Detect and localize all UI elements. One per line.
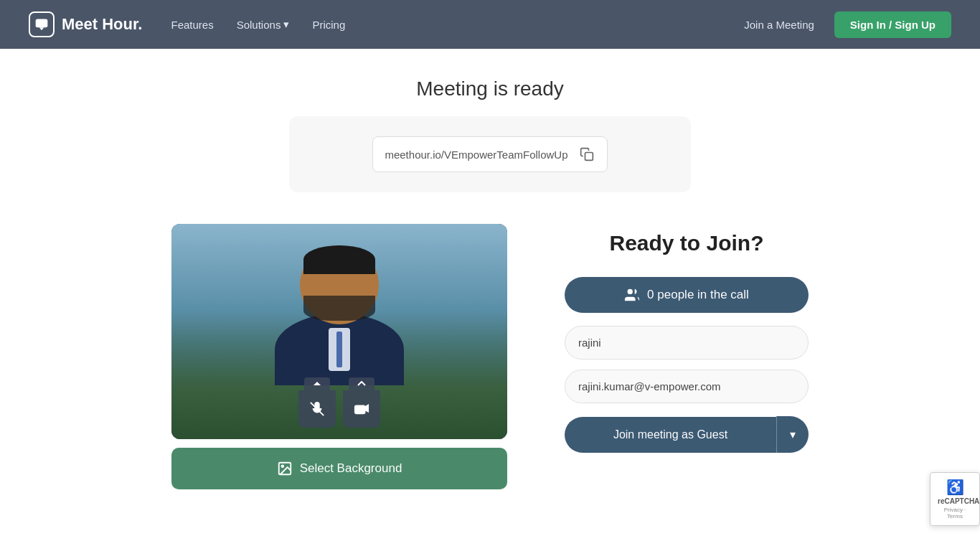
select-background-button[interactable]: Select Background [171,448,507,489]
join-button-wrapper: Join meeting as Guest ▾ [565,416,809,453]
features-link[interactable]: Features [171,19,213,31]
signin-button[interactable]: Sign In / Sign Up [834,11,951,38]
logo-icon [29,11,55,37]
nav-links: Features Solutions ▾ Pricing [171,18,345,31]
navbar-left: Meet Hour. Features Solutions ▾ Pricing [29,11,345,37]
person-beard [303,296,375,321]
name-input[interactable] [565,326,809,359]
join-as-guest-button[interactable]: Join meeting as Guest [565,417,776,453]
navbar: Meet Hour. Features Solutions ▾ Pricing [0,0,980,49]
navbar-right: Join a Meeting Sign In / Sign Up [744,11,951,38]
main-content: Meeting is ready meethour.io/VEmpowerTea… [0,49,980,518]
video-preview [171,224,507,439]
image-icon [277,461,293,476]
nav-item-pricing[interactable]: Pricing [312,19,345,31]
copy-icon [580,147,594,161]
solutions-chevron-icon: ▾ [283,18,289,31]
cam-toggle-button[interactable] [343,390,380,428]
chat-icon [34,17,49,32]
video-column: Select Background [171,224,507,489]
meeting-url-box: meethour.io/VEmpowerTeamFollowUp [289,116,691,192]
person-container [268,245,411,385]
recaptcha-logo: ♿ [938,479,972,496]
nav-item-solutions[interactable]: Solutions ▾ [237,18,290,31]
logo[interactable]: Meet Hour. [29,11,142,37]
recaptcha-subtext: Privacy · Terms [938,507,972,519]
people-icon [624,287,640,303]
chevron-up-icon-cam [357,381,366,387]
join-dropdown-button[interactable]: ▾ [776,416,809,453]
svg-rect-2 [585,153,593,161]
svg-rect-0 [36,19,48,28]
person-suit [275,314,404,385]
cam-chevron-button[interactable] [349,377,374,390]
svg-point-6 [281,465,283,467]
camera-icon [354,401,369,417]
join-dropdown-icon: ▾ [790,428,796,441]
meeting-url-inner: meethour.io/VEmpowerTeamFollowUp [372,136,607,172]
meeting-url-text: meethour.io/VEmpowerTeamFollowUp [385,149,567,161]
person-head [300,245,379,324]
content-grid: Select Background Ready to Join? 0 peopl… [43,224,937,489]
person-hair [303,245,375,274]
copy-url-button[interactable] [578,146,595,163]
join-meeting-link[interactable]: Join a Meeting [744,19,814,31]
recaptcha-badge: ♿ reCAPTCHA Privacy · Terms [930,472,980,526]
people-in-call-badge: 0 people in the call [565,277,809,313]
video-controls [298,377,380,428]
person-tie [336,332,342,367]
cam-control-wrapper [343,377,380,428]
logo-text: Meet Hour. [62,15,142,34]
svg-marker-1 [39,27,44,30]
pricing-link[interactable]: Pricing [312,19,345,31]
email-input[interactable] [565,370,809,403]
solutions-link[interactable]: Solutions ▾ [237,18,290,31]
meeting-title: Meeting is ready [43,77,937,100]
join-column: Ready to Join? 0 people in the call Join… [565,224,809,453]
mic-control-wrapper [298,377,336,428]
mic-toggle-button[interactable] [298,390,336,428]
svg-rect-4 [355,405,365,413]
ready-to-join-title: Ready to Join? [565,231,809,255]
nav-item-features[interactable]: Features [171,19,213,31]
svg-point-7 [628,289,633,294]
mic-off-icon [309,401,325,417]
recaptcha-text: reCAPTCHA [938,497,972,505]
mic-chevron-button[interactable] [304,377,330,390]
chevron-up-icon [313,381,321,387]
